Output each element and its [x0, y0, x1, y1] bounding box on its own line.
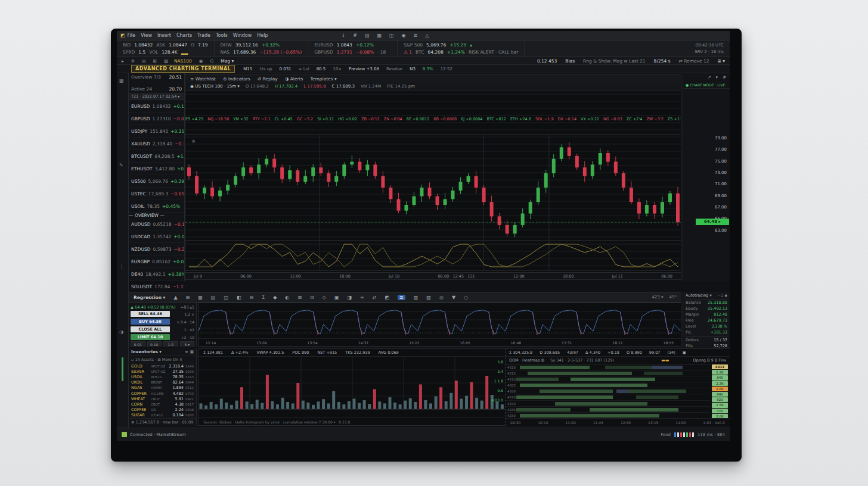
inventories-icons[interactable]: ≡ ▣ [185, 350, 194, 354]
heatmap-row[interactable]: 4305 [506, 382, 711, 388]
analysis-icon[interactable]: ▼ [452, 295, 455, 300]
analysis-icon[interactable]: ▲ [173, 295, 177, 300]
analysis-icon[interactable]: ▤ [211, 295, 216, 300]
analysis-icon[interactable]: ≣ [398, 295, 405, 300]
axis-icon[interactable]: # [723, 75, 726, 80]
order-row[interactable]: SELL 64.461.2 × [131, 310, 194, 317]
dom-ladder-cell[interactable]: 4413 [712, 364, 728, 369]
oscillator-line-chart[interactable] [199, 303, 681, 338]
inventory-row[interactable]: USOILWTI·CL78.351213 [129, 374, 196, 379]
menu-item[interactable]: Tools [216, 33, 228, 38]
tool-icon[interactable]: ◎ [142, 58, 146, 64]
menu-item[interactable]: Window [233, 33, 252, 38]
analysis-icon[interactable]: ⊞ [186, 295, 190, 300]
heatmap-row[interactable]: 4290 [506, 401, 711, 407]
terminal-title[interactable]: ADVANCED CHARTING TERMINAL [131, 65, 235, 73]
menu-item[interactable]: Help [257, 33, 268, 38]
menu-item[interactable]: Trade [197, 33, 210, 38]
analysis-icon[interactable]: ▣ [334, 295, 339, 300]
tool-icon[interactable]: ⊞ [153, 58, 157, 64]
inventory-row[interactable]: WHEATCBOT5.910921 [129, 396, 196, 401]
dom-ladder-cell[interactable]: 1.8K [712, 387, 728, 391]
inventory-row[interactable]: COPPERHG·LME4.4820733 [129, 391, 196, 396]
rail-icon[interactable]: ◑ [119, 329, 123, 335]
toolbar-chip[interactable]: Mag ▾ [221, 58, 234, 64]
heatmap-view-toggle[interactable]: DOM · Heatmap ⊞ [509, 358, 544, 363]
dom-ladder-cell[interactable]: 1.5K [712, 403, 728, 407]
chart-toolbar-button[interactable]: ≡ Watchlist [190, 76, 216, 82]
menu-bar-icon[interactable]: ▤ [365, 33, 370, 38]
inventory-row[interactable]: NGASHENRY1.8940512 [129, 385, 196, 391]
analysis-icon[interactable]: ◆ [273, 295, 277, 300]
chart-toolbar-button[interactable]: ⊕ Indicators [223, 76, 250, 82]
toolbar-setting[interactable]: 0.12 453 [537, 58, 557, 64]
analysis-icon[interactable]: Σ [262, 295, 265, 300]
watchlist-row[interactable]: USDCAD1.35742+0.05% [129, 230, 184, 243]
analysis-icon[interactable]: ◐ [285, 295, 289, 300]
menu-bar-icon[interactable]: ≣ [414, 33, 418, 38]
analysis-icon[interactable]: ⊡ [310, 295, 314, 300]
analysis-icon[interactable]: ⇄ [373, 295, 377, 300]
tool-icon[interactable]: ▸ [122, 58, 124, 64]
inventory-row[interactable]: CORNCBOT4.380617 [129, 401, 196, 407]
dom-ladder-cell[interactable]: 640 [712, 392, 728, 397]
time-axis[interactable]: Jul 906:0012:0018:00Jul 1006:00 · 12:45 … [185, 273, 681, 280]
toolbar-setting[interactable]: Bias [565, 58, 575, 64]
menu-item[interactable]: Insert [157, 33, 171, 38]
current-price-pill[interactable]: 64.48 ▸ [696, 219, 729, 225]
inventory-row[interactable]: COFFEEICE2.240408 [129, 407, 196, 413]
dom-ladder-cell[interactable]: 845 [712, 375, 728, 380]
analysis-toolbar-label[interactable]: Regression ▾ [134, 295, 165, 300]
menu-bar-icon[interactable]: ◫ [389, 33, 394, 38]
watchlist-row[interactable]: US5005,069.76+0.29% [129, 175, 184, 188]
menu-item[interactable]: View [141, 33, 152, 38]
heatmap-row[interactable]: 4285 [506, 407, 711, 413]
rail-icon[interactable]: ▦ [119, 78, 124, 83]
watchlist-row[interactable]: SOLUSDT172.84−1.12% [129, 281, 184, 293]
rail-icon[interactable]: ⋮ [119, 264, 124, 269]
chart-toolbar-button[interactable]: ◑ Alerts [285, 76, 303, 82]
analysis-chip[interactable]: 423 ▾ [652, 295, 663, 300]
menu-bar-icon[interactable]: ▦ [377, 33, 382, 38]
watchlist-row[interactable]: DE4018,492.1+0.38% [129, 268, 184, 281]
analysis-icon[interactable]: ◇ [323, 295, 326, 300]
menu-bar-icon[interactable]: △ [425, 33, 429, 38]
analysis-icon[interactable]: ◩ [385, 295, 390, 300]
toolbar-setting[interactable]: ≣ ▾ [718, 58, 725, 64]
analysis-icon[interactable]: ◫ [224, 295, 228, 300]
axis-icon[interactable]: ▾ [716, 75, 718, 80]
analysis-icon[interactable]: ▦ [198, 295, 203, 300]
account-panel-icons[interactable]: – ▫ ▪ [718, 293, 727, 298]
sidebar-selected-session[interactable]: T21 · 2022.07.17 02:54 ▸ [129, 94, 184, 100]
analysis-icon[interactable]: ○ [464, 295, 468, 300]
watchlist-row[interactable]: GBPUSD1.27310−0.08% [129, 113, 184, 125]
tool-icon[interactable]: ▥ [164, 58, 168, 64]
toolbar-setting[interactable]: Rng & Shdw: Mag w Last 21 [583, 58, 646, 64]
chart-toolbar-button[interactable]: ↺ Replay [258, 76, 278, 82]
menu-item[interactable]: File [128, 33, 135, 38]
analysis-icon[interactable]: ▥ [414, 295, 418, 300]
heatmap-row[interactable]: 4310 [506, 376, 711, 382]
axis-icon[interactable]: ↗ [708, 75, 711, 80]
account-panel-title[interactable]: Autotrading ▾ [686, 293, 712, 298]
rail-icon[interactable]: ✎ [119, 163, 123, 168]
toolbar-chip[interactable]: NAS100 [174, 58, 192, 64]
analysis-icon[interactable]: ≡ [360, 295, 364, 300]
inventories-filter-bar[interactable]: ▫ 14 Assets · ⊞ More On 4 [129, 356, 196, 363]
watchlist-row[interactable]: BTCUSDT64,208.5+1.24% [129, 150, 184, 163]
toolbar-setting[interactable]: ⇄ Remove 12 [679, 58, 709, 64]
watchlist-row[interactable]: EURUSD1.08432+0.12% [129, 100, 184, 113]
analysis-icon[interactable]: ⊠ [297, 295, 302, 300]
price-axis[interactable]: 79.0077.0075.0073.0071.0069.0067.0065.00… [683, 90, 730, 273]
menu-bar-icon[interactable]: ◉ [402, 33, 406, 38]
order-row[interactable]: BUY 64.50× 0.4 · 14 [131, 318, 194, 325]
order-row[interactable]: LIMIT 64.10+2 · 10 [131, 334, 194, 341]
dom-ladder-cell[interactable]: 1.2K [712, 370, 728, 375]
heatmap-row[interactable]: 4295 [506, 394, 711, 400]
menu-bar-icon[interactable]: # [353, 33, 357, 38]
analysis-icon[interactable]: ◨ [348, 295, 352, 300]
tool-icon[interactable]: ✛ [131, 58, 135, 64]
watchlist-row[interactable]: ETHUSDT3,412.80+0.86% [129, 163, 184, 175]
analysis-chip[interactable]: 45° [669, 295, 677, 300]
heatmap-row[interactable]: 4300 [506, 388, 711, 394]
